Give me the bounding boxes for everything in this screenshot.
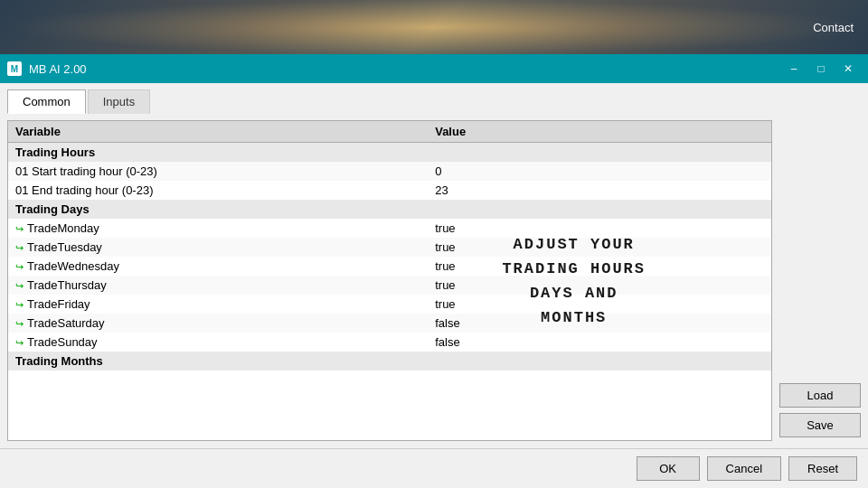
arrow-icon: ↪ [15,223,24,235]
table-wrapper: Variable Value Trading Hours01 Start tra… [7,120,772,441]
dialog-content: Common Inputs Variable Value [0,83,868,488]
cancel-button[interactable]: Cancel [707,456,781,481]
table-section-header: Trading Months [8,352,771,371]
col-variable: Variable [8,121,428,143]
table-cell-variable: ↪TradeMonday [8,219,428,238]
table-cell-variable: ↪TradeSunday [8,333,428,352]
table-row[interactable]: 01 Start trading hour (0-23)0 [8,162,771,181]
table-cell-value: true [428,219,771,238]
table-cell-value: 0 [428,162,771,181]
load-button[interactable]: Load [779,383,861,408]
table-cell-value: false [428,314,771,333]
right-panel: Load Save [779,120,861,441]
ok-button[interactable]: OK [637,456,700,481]
arrow-icon: ↪ [15,242,24,254]
tab-common[interactable]: Common [7,89,86,114]
col-value: Value [428,121,771,143]
reset-button[interactable]: Reset [788,456,857,481]
close-button[interactable]: ✕ [835,60,861,78]
table-cell-variable: ↪TradeTuesday [8,238,428,257]
contact-link[interactable]: Contact [813,21,854,34]
window-title: MB AI 2.00 [29,62,781,76]
main-area: Variable Value Trading Hours01 Start tra… [0,113,868,448]
table-cell-value: true [428,295,771,314]
table-row[interactable]: ↪TradeSaturdayfalse [8,314,771,333]
data-table-body: Trading Hours01 Start trading hour (0-23… [8,143,771,371]
table-section-header: Trading Hours [8,143,771,162]
table-cell-value: true [428,257,771,276]
maximize-button[interactable]: □ [808,60,834,78]
arrow-icon: ↪ [15,261,24,273]
window-controls: – □ ✕ [781,60,861,78]
table-cell-value: true [428,276,771,295]
table-row[interactable]: 01 End trading hour (0-23)23 [8,181,771,200]
bottom-bar: OK Cancel Reset [0,448,868,488]
table-cell-variable: 01 End trading hour (0-23) [8,181,428,200]
table-cell-variable: ↪TradeWednesday [8,257,428,276]
table-row[interactable]: ↪TradeSundayfalse [8,333,771,352]
banner-overlay [0,0,868,54]
table-row[interactable]: ↪TradeMondaytrue [8,219,771,238]
arrow-icon: ↪ [15,318,24,330]
table-container: Variable Value Trading Hours01 Start tra… [7,120,772,441]
table-row[interactable]: ↪TradeFridaytrue [8,295,771,314]
arrow-icon: ↪ [15,337,24,349]
table-cell-variable: ↪TradeThursday [8,276,428,295]
table-cell-variable: ↪TradeSaturday [8,314,428,333]
tab-bar: Common Inputs [0,83,868,113]
table-cell-value: false [428,333,771,352]
title-bar: M MB AI 2.00 – □ ✕ [0,54,868,83]
table-cell-value: true [428,238,771,257]
data-table-header: Variable Value [8,121,771,143]
table-cell-value: 23 [428,181,771,200]
table-section-header: Trading Days [8,200,771,219]
table-row[interactable]: ↪TradeWednesdaytrue [8,257,771,276]
top-banner: Contact [0,0,868,54]
table-cell-variable: ↪TradeFriday [8,295,428,314]
minimize-button[interactable]: – [781,60,807,78]
save-button[interactable]: Save [779,413,861,437]
app-icon: M [7,61,22,76]
arrow-icon: ↪ [15,299,24,311]
table-scroll-body[interactable]: Trading Hours01 Start trading hour (0-23… [8,143,771,440]
tab-inputs[interactable]: Inputs [88,89,150,114]
arrow-icon: ↪ [15,280,24,292]
table-cell-variable: 01 Start trading hour (0-23) [8,162,428,181]
table-row[interactable]: ↪TradeTuesdaytrue [8,238,771,257]
table-row[interactable]: ↪TradeThursdaytrue [8,276,771,295]
